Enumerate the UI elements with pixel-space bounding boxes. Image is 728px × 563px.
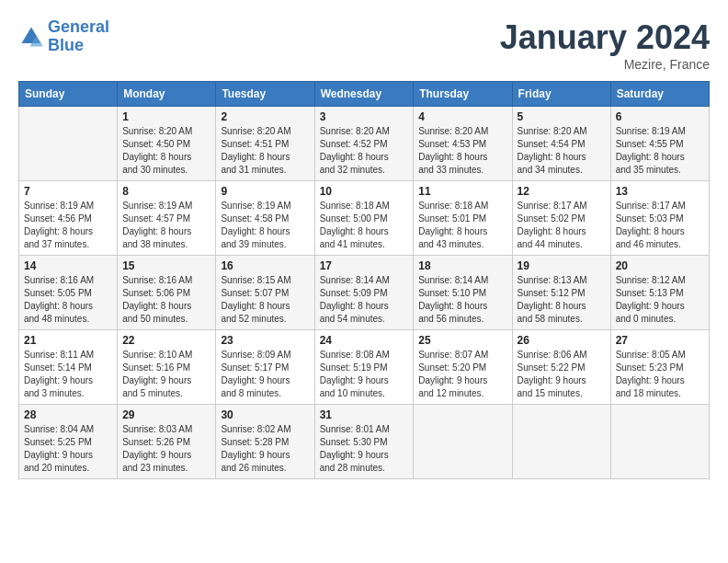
day-cell: 17Sunrise: 8:14 AM Sunset: 5:09 PM Dayli…: [314, 256, 414, 330]
logo: General Blue: [18, 18, 109, 55]
day-cell: 12Sunrise: 8:17 AM Sunset: 5:02 PM Dayli…: [512, 181, 610, 256]
day-cell: 23Sunrise: 8:09 AM Sunset: 5:17 PM Dayli…: [216, 330, 314, 405]
day-cell: 30Sunrise: 8:02 AM Sunset: 5:28 PM Dayli…: [216, 405, 314, 479]
day-info: Sunrise: 8:15 AM Sunset: 5:07 PM Dayligh…: [221, 274, 309, 326]
day-number: 8: [122, 185, 210, 198]
day-cell: 24Sunrise: 8:08 AM Sunset: 5:19 PM Dayli…: [314, 330, 414, 405]
day-cell: 13Sunrise: 8:17 AM Sunset: 5:03 PM Dayli…: [610, 181, 709, 256]
day-cell: 2Sunrise: 8:20 AM Sunset: 4:51 PM Daylig…: [216, 107, 314, 181]
day-info: Sunrise: 8:14 AM Sunset: 5:09 PM Dayligh…: [320, 274, 409, 326]
day-number: 2: [221, 110, 309, 123]
location: Mezire, France: [500, 57, 710, 72]
logo-line2: Blue: [48, 36, 84, 54]
day-number: 5: [518, 110, 606, 123]
day-number: 18: [418, 259, 506, 272]
title-area: January 2024 Mezire, France: [500, 18, 710, 72]
day-number: 22: [122, 334, 210, 347]
header-row: SundayMondayTuesdayWednesdayThursdayFrid…: [19, 82, 710, 107]
day-info: Sunrise: 8:20 AM Sunset: 4:50 PM Dayligh…: [122, 125, 210, 177]
day-info: Sunrise: 8:08 AM Sunset: 5:19 PM Dayligh…: [320, 349, 409, 400]
day-cell: 19Sunrise: 8:13 AM Sunset: 5:12 PM Dayli…: [512, 256, 610, 330]
day-cell: 22Sunrise: 8:10 AM Sunset: 5:16 PM Dayli…: [118, 330, 216, 405]
day-number: 23: [221, 334, 309, 347]
day-info: Sunrise: 8:20 AM Sunset: 4:51 PM Dayligh…: [221, 125, 309, 177]
day-info: Sunrise: 8:10 AM Sunset: 5:16 PM Dayligh…: [122, 349, 210, 400]
header-cell-friday: Friday: [512, 82, 610, 107]
week-row-3: 21Sunrise: 8:11 AM Sunset: 5:14 PM Dayli…: [19, 330, 710, 405]
day-cell: 14Sunrise: 8:16 AM Sunset: 5:05 PM Dayli…: [19, 256, 118, 330]
day-info: Sunrise: 8:17 AM Sunset: 5:03 PM Dayligh…: [616, 200, 704, 251]
day-info: Sunrise: 8:20 AM Sunset: 4:52 PM Dayligh…: [320, 125, 409, 177]
header: General Blue January 2024 Mezire, France: [18, 18, 710, 72]
month-title: January 2024: [500, 18, 710, 57]
day-info: Sunrise: 8:12 AM Sunset: 5:13 PM Dayligh…: [616, 274, 704, 326]
day-number: 4: [418, 110, 506, 123]
day-number: 14: [24, 259, 112, 272]
day-info: Sunrise: 8:02 AM Sunset: 5:28 PM Dayligh…: [221, 423, 309, 475]
day-number: 28: [24, 408, 112, 421]
day-cell: 28Sunrise: 8:04 AM Sunset: 5:25 PM Dayli…: [19, 405, 118, 479]
day-number: 7: [24, 185, 112, 198]
header-cell-thursday: Thursday: [414, 82, 512, 107]
day-cell: 7Sunrise: 8:19 AM Sunset: 4:56 PM Daylig…: [19, 181, 118, 256]
day-info: Sunrise: 8:19 AM Sunset: 4:56 PM Dayligh…: [24, 200, 112, 251]
day-cell: 26Sunrise: 8:06 AM Sunset: 5:22 PM Dayli…: [512, 330, 610, 405]
logo-line1: General: [48, 17, 109, 36]
logo-text: General Blue: [48, 18, 109, 55]
day-number: 16: [221, 259, 309, 272]
week-row-0: 1Sunrise: 8:20 AM Sunset: 4:50 PM Daylig…: [19, 107, 710, 181]
day-number: 15: [122, 259, 210, 272]
week-row-1: 7Sunrise: 8:19 AM Sunset: 4:56 PM Daylig…: [19, 181, 710, 256]
day-cell: 9Sunrise: 8:19 AM Sunset: 4:58 PM Daylig…: [216, 181, 314, 256]
day-info: Sunrise: 8:07 AM Sunset: 5:20 PM Dayligh…: [418, 349, 506, 400]
day-number: 17: [320, 259, 409, 272]
day-number: 10: [320, 185, 409, 198]
day-info: Sunrise: 8:16 AM Sunset: 5:05 PM Dayligh…: [24, 274, 112, 326]
day-cell: 25Sunrise: 8:07 AM Sunset: 5:20 PM Dayli…: [414, 330, 512, 405]
day-cell: [610, 405, 709, 479]
day-info: Sunrise: 8:04 AM Sunset: 5:25 PM Dayligh…: [24, 423, 112, 475]
header-cell-saturday: Saturday: [610, 82, 709, 107]
week-row-4: 28Sunrise: 8:04 AM Sunset: 5:25 PM Dayli…: [19, 405, 710, 479]
day-cell: 4Sunrise: 8:20 AM Sunset: 4:53 PM Daylig…: [414, 107, 512, 181]
day-number: 26: [518, 334, 606, 347]
day-cell: 29Sunrise: 8:03 AM Sunset: 5:26 PM Dayli…: [118, 405, 216, 479]
day-cell: 1Sunrise: 8:20 AM Sunset: 4:50 PM Daylig…: [118, 107, 216, 181]
day-cell: 15Sunrise: 8:16 AM Sunset: 5:06 PM Dayli…: [118, 256, 216, 330]
day-cell: 10Sunrise: 8:18 AM Sunset: 5:00 PM Dayli…: [314, 181, 414, 256]
day-info: Sunrise: 8:20 AM Sunset: 4:53 PM Dayligh…: [418, 125, 506, 177]
day-cell: 6Sunrise: 8:19 AM Sunset: 4:55 PM Daylig…: [610, 107, 709, 181]
day-cell: [19, 107, 118, 181]
day-cell: [414, 405, 512, 479]
day-cell: 20Sunrise: 8:12 AM Sunset: 5:13 PM Dayli…: [610, 256, 709, 330]
day-number: 21: [24, 334, 112, 347]
header-cell-tuesday: Tuesday: [216, 82, 314, 107]
logo-icon: [18, 24, 44, 50]
day-cell: 11Sunrise: 8:18 AM Sunset: 5:01 PM Dayli…: [414, 181, 512, 256]
day-info: Sunrise: 8:16 AM Sunset: 5:06 PM Dayligh…: [122, 274, 210, 326]
day-number: 13: [616, 185, 704, 198]
day-info: Sunrise: 8:09 AM Sunset: 5:17 PM Dayligh…: [221, 349, 309, 400]
day-number: 24: [320, 334, 409, 347]
day-number: 25: [418, 334, 506, 347]
day-cell: 8Sunrise: 8:19 AM Sunset: 4:57 PM Daylig…: [118, 181, 216, 256]
calendar-table: SundayMondayTuesdayWednesdayThursdayFrid…: [18, 81, 710, 479]
day-number: 20: [616, 259, 704, 272]
day-info: Sunrise: 8:19 AM Sunset: 4:58 PM Dayligh…: [221, 200, 309, 251]
day-number: 6: [616, 110, 704, 123]
day-info: Sunrise: 8:05 AM Sunset: 5:23 PM Dayligh…: [616, 349, 704, 400]
day-info: Sunrise: 8:13 AM Sunset: 5:12 PM Dayligh…: [518, 274, 606, 326]
day-number: 29: [122, 408, 210, 421]
day-number: 31: [320, 408, 409, 421]
day-cell: [512, 405, 610, 479]
day-info: Sunrise: 8:03 AM Sunset: 5:26 PM Dayligh…: [122, 423, 210, 475]
day-info: Sunrise: 8:14 AM Sunset: 5:10 PM Dayligh…: [418, 274, 506, 326]
day-info: Sunrise: 8:18 AM Sunset: 5:00 PM Dayligh…: [320, 200, 409, 251]
day-info: Sunrise: 8:20 AM Sunset: 4:54 PM Dayligh…: [518, 125, 606, 177]
day-number: 9: [221, 185, 309, 198]
day-number: 1: [122, 110, 210, 123]
header-cell-monday: Monday: [118, 82, 216, 107]
day-cell: 31Sunrise: 8:01 AM Sunset: 5:30 PM Dayli…: [314, 405, 414, 479]
day-cell: 5Sunrise: 8:20 AM Sunset: 4:54 PM Daylig…: [512, 107, 610, 181]
day-info: Sunrise: 8:19 AM Sunset: 4:57 PM Dayligh…: [122, 200, 210, 251]
